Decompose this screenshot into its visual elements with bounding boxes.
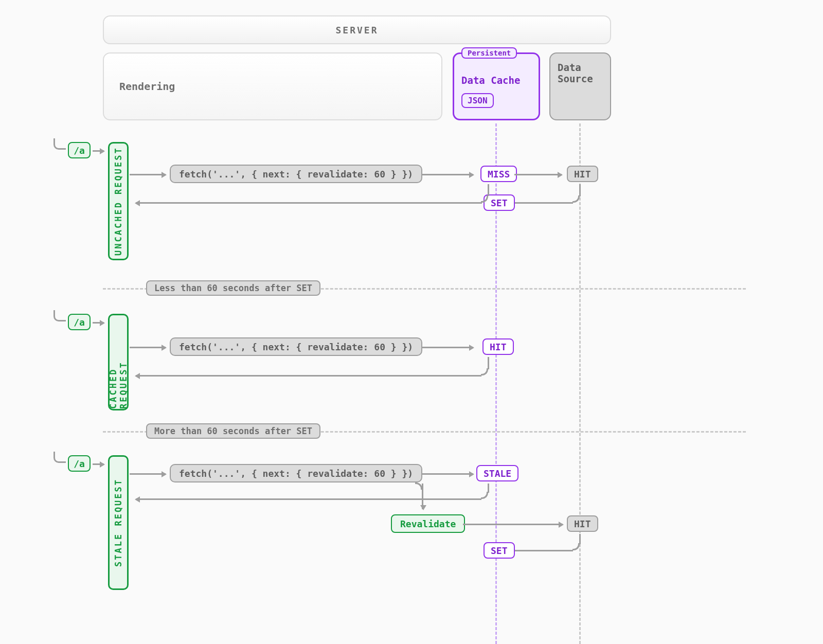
rendering-box: Rendering <box>103 52 442 120</box>
fetch-code-cached: fetch('...', { next: { revalidate: 60 } … <box>170 337 422 356</box>
arrow-left-icon <box>510 202 573 204</box>
set-chip-2: SET <box>484 542 515 559</box>
arrow-right-icon <box>130 174 166 175</box>
connector <box>481 492 488 499</box>
connector <box>579 184 581 196</box>
revalidate-chip: Revalidate <box>391 514 465 533</box>
data-cache-box: Persistent Data Cache JSON <box>453 52 540 120</box>
hit-chip-source-2: HIT <box>567 515 598 532</box>
arrow-right-icon <box>93 463 104 465</box>
route-a-cached: /a <box>68 314 91 330</box>
arrow-right-icon <box>422 174 473 175</box>
lane-data-source <box>579 123 581 644</box>
separator-less-60-label: Less than 60 seconds after SET <box>146 280 320 296</box>
connector <box>488 357 489 369</box>
section-cached: CACHED REQUEST <box>108 314 129 410</box>
data-source-box: Data Source <box>549 52 611 120</box>
stale-chip: STALE <box>476 465 518 481</box>
separator-more-60-label: More than 60 seconds after SET <box>146 423 320 439</box>
persistent-tag: Persistent <box>461 47 517 59</box>
connector <box>481 368 488 375</box>
route-hook-icon <box>53 452 66 463</box>
arrow-left-icon <box>136 202 482 204</box>
arrow-right-icon <box>130 347 166 348</box>
section-stale: STALE REQUEST <box>108 455 129 590</box>
arrow-right-icon <box>422 473 473 475</box>
hit-chip-cache: HIT <box>482 338 514 355</box>
arrow-right-icon <box>514 174 562 175</box>
connector <box>488 184 489 196</box>
arrow-right-icon <box>93 150 104 152</box>
fetch-code-stale: fetch('...', { next: { revalidate: 60 } … <box>170 464 422 482</box>
connector <box>415 482 422 490</box>
hit-chip-source: HIT <box>567 166 598 182</box>
connector <box>572 195 580 203</box>
fetch-code-uncached: fetch('...', { next: { revalidate: 60 } … <box>170 165 422 183</box>
route-a-uncached: /a <box>68 142 91 158</box>
arrow-left-icon <box>136 498 481 500</box>
arrow-left-icon <box>136 375 481 377</box>
data-cache-title: Data Cache <box>461 75 531 86</box>
set-chip: SET <box>484 194 515 211</box>
arrow-right-icon <box>130 473 166 475</box>
route-hook-icon <box>53 138 66 150</box>
route-hook-icon <box>53 310 66 321</box>
arrow-left-icon <box>510 550 573 551</box>
arrow-right-icon <box>93 322 104 324</box>
server-header: SERVER <box>103 15 611 44</box>
arrow-right-icon <box>463 524 563 525</box>
json-chip: JSON <box>461 93 494 108</box>
connector <box>579 534 581 544</box>
route-a-stale: /a <box>68 455 91 472</box>
connector <box>572 543 580 550</box>
miss-chip: MISS <box>480 166 517 182</box>
arrow-right-icon <box>422 347 473 348</box>
section-uncached: UNCACHED REQUEST <box>108 142 129 260</box>
